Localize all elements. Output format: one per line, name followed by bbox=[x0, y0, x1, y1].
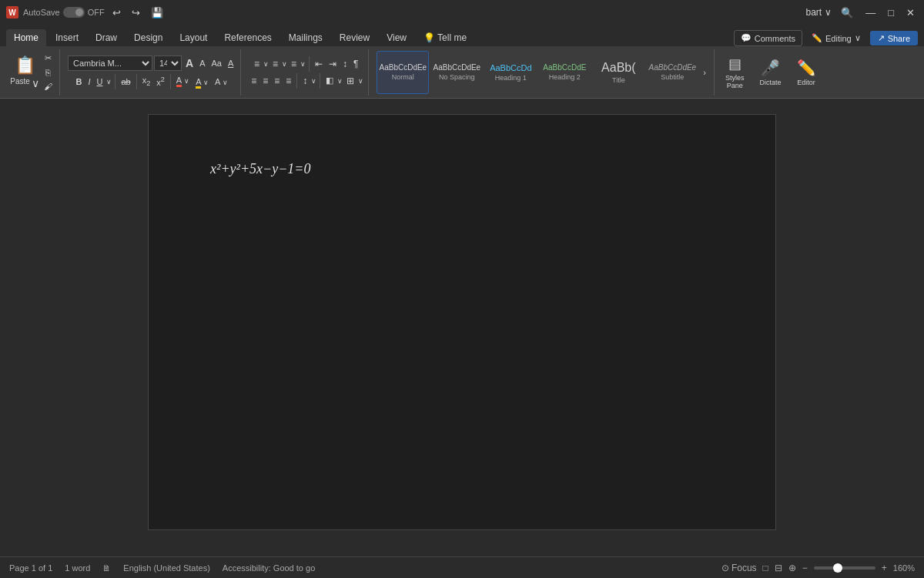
font-size-select[interactable]: 14 bbox=[154, 55, 182, 71]
align-center-button[interactable]: ≡ bbox=[260, 74, 270, 88]
style-heading2[interactable]: AaBbCcDdE Heading 2 bbox=[538, 51, 591, 94]
tab-home[interactable]: Home bbox=[6, 29, 46, 46]
bullets-button[interactable]: ≡ bbox=[252, 57, 262, 71]
style-title-name: Title bbox=[612, 76, 625, 84]
tab-mailings[interactable]: Mailings bbox=[281, 29, 330, 46]
paragraph-group: ≡ ∨ ≡ ∨ ≡ ∨ ⇤ ⇥ ↕ ¶ ≡ ≡ ≡ ≡ ↕ ∨ bbox=[244, 49, 369, 96]
close-button[interactable]: ✕ bbox=[903, 5, 918, 20]
zoom-in-button[interactable]: + bbox=[882, 563, 887, 573]
borders-dropdown[interactable]: ∨ bbox=[358, 77, 363, 85]
style-subtitle[interactable]: AaBbCcDdEe Subtitle bbox=[646, 51, 698, 94]
font-color-dropdown[interactable]: ∨ bbox=[184, 77, 189, 85]
style-title[interactable]: AaBb( Title bbox=[592, 51, 644, 94]
style-heading2-name: Heading 2 bbox=[549, 73, 581, 81]
title-bar-actions: 🔍 — □ ✕ bbox=[838, 5, 918, 20]
font-color-button[interactable]: A ∨ bbox=[174, 75, 192, 88]
grow-font-button[interactable]: A bbox=[183, 55, 196, 71]
highlight-color-button[interactable]: A ∨ bbox=[193, 76, 211, 87]
redo-button[interactable]: ↪ bbox=[129, 5, 143, 20]
undo-button[interactable]: ↩ bbox=[109, 5, 124, 20]
clear-format-button[interactable]: A bbox=[226, 57, 236, 69]
para-mark-button[interactable]: ¶ bbox=[351, 57, 360, 71]
share-button[interactable]: ↗ Share bbox=[870, 31, 918, 45]
tab-tellme[interactable]: 💡 Tell me bbox=[416, 29, 474, 46]
tab-insert[interactable]: Insert bbox=[48, 29, 86, 46]
para-shading-button[interactable]: A ∨ bbox=[213, 76, 230, 87]
track-changes-icon[interactable]: 🗎 bbox=[102, 563, 111, 573]
align-left-button[interactable]: ≡ bbox=[249, 74, 259, 88]
format-painter-button[interactable]: 🖌 bbox=[42, 80, 55, 92]
increase-indent-button[interactable]: ⇥ bbox=[326, 57, 339, 71]
paste-dropdown[interactable]: ∨ bbox=[32, 77, 39, 89]
autosave-area: AutoSave OFF bbox=[23, 7, 105, 18]
read-view-button[interactable]: □ bbox=[763, 563, 768, 573]
styles-pane-button[interactable]: ▤ StylesPane bbox=[721, 54, 749, 91]
style-heading1[interactable]: AaBbCcDd Heading 1 bbox=[484, 51, 537, 94]
multilevel-button[interactable]: ≡ bbox=[289, 57, 299, 71]
minimize-button[interactable]: — bbox=[862, 5, 879, 20]
paste-button[interactable]: 📋 Paste ∨ bbox=[11, 53, 38, 92]
decrease-indent-button[interactable]: ⇤ bbox=[313, 57, 325, 71]
tab-layout[interactable]: Layout bbox=[172, 29, 215, 46]
subscript-button[interactable]: x2 bbox=[140, 75, 153, 88]
line-spacing-button[interactable]: ↕ bbox=[300, 74, 310, 88]
style-title-preview: AaBb( bbox=[601, 61, 635, 75]
copy-button[interactable]: ⎘ bbox=[43, 66, 53, 79]
line-spacing-dropdown[interactable]: ∨ bbox=[311, 77, 316, 85]
borders-button[interactable]: ⊞ bbox=[344, 74, 357, 88]
highlight-dropdown[interactable]: ∨ bbox=[203, 79, 209, 86]
tab-references[interactable]: References bbox=[216, 29, 279, 46]
shading-dropdown[interactable]: ∨ bbox=[337, 77, 343, 85]
italic-button[interactable]: I bbox=[85, 76, 92, 87]
zoom-out-button[interactable]: − bbox=[802, 563, 808, 573]
bold-button[interactable]: B bbox=[73, 76, 84, 87]
styles-gallery: AaBbCcDdEe Normal AaBbCcDdEe No Spacing … bbox=[377, 49, 709, 96]
language-label[interactable]: English (United States) bbox=[123, 563, 210, 573]
document-content[interactable]: x²+y²+5x−y−1=0 bbox=[210, 161, 714, 177]
focus-button[interactable]: ⊙ Focus bbox=[721, 563, 757, 573]
print-view-button[interactable]: ⊟ bbox=[775, 563, 782, 573]
clipboard-extra: ✂ ⎘ 🖌 bbox=[42, 52, 55, 92]
comments-button[interactable]: 💬 Comments bbox=[734, 30, 802, 46]
tab-draw[interactable]: Draw bbox=[88, 29, 125, 46]
sort-button[interactable]: ↕ bbox=[340, 57, 350, 71]
save-button[interactable]: 💾 bbox=[148, 5, 166, 20]
bullets-dropdown[interactable]: ∨ bbox=[263, 60, 269, 68]
dictate-button[interactable]: 🎤 Dictate bbox=[755, 57, 786, 88]
font-group: Cambria M... 14 A A Aa A B I U ∨ ab x2 x… bbox=[63, 49, 241, 96]
para-shading-dropdown[interactable]: ∨ bbox=[223, 79, 228, 86]
editing-button[interactable]: ✏️ Editing ∨ bbox=[805, 31, 867, 45]
maximize-button[interactable]: □ bbox=[885, 5, 897, 20]
underline-button[interactable]: U bbox=[94, 76, 105, 87]
para-shading-icon: A bbox=[215, 77, 220, 86]
autosave-toggle[interactable] bbox=[63, 7, 85, 18]
superscript-button[interactable]: x2 bbox=[154, 75, 167, 88]
shrink-font-button[interactable]: A bbox=[197, 57, 207, 69]
zoom-slider[interactable] bbox=[814, 566, 875, 570]
align-right-button[interactable]: ≡ bbox=[272, 74, 282, 88]
editor-button[interactable]: ✏️ Editor bbox=[792, 57, 821, 88]
tab-design[interactable]: Design bbox=[126, 29, 170, 46]
strikethrough-button[interactable]: ab bbox=[119, 76, 132, 87]
numbering-dropdown[interactable]: ∨ bbox=[282, 60, 287, 68]
shading-button[interactable]: ◧ bbox=[323, 74, 336, 87]
style-no-spacing[interactable]: AaBbCcDdEe No Spacing bbox=[430, 51, 483, 94]
web-view-button[interactable]: ⊕ bbox=[788, 563, 796, 573]
cut-button[interactable]: ✂ bbox=[42, 52, 54, 65]
multilevel-dropdown[interactable]: ∨ bbox=[300, 60, 306, 68]
accessibility-label[interactable]: Accessibility: Good to go bbox=[223, 563, 315, 573]
tab-view[interactable]: View bbox=[379, 29, 414, 46]
numbering-button[interactable]: ≡ bbox=[270, 57, 280, 71]
font-name-select[interactable]: Cambria M... bbox=[68, 55, 152, 71]
document-page[interactable]: x²+y²+5x−y−1=0 bbox=[148, 114, 776, 530]
tab-review[interactable]: Review bbox=[332, 29, 377, 46]
style-normal[interactable]: AaBbCcDdEe Normal bbox=[377, 51, 429, 94]
case-button[interactable]: Aa bbox=[209, 57, 223, 69]
styles-gallery-next[interactable]: › bbox=[700, 53, 709, 92]
divider-1 bbox=[115, 74, 116, 89]
align-justify-button[interactable]: ≡ bbox=[283, 74, 293, 88]
title-dropdown-icon[interactable]: ∨ bbox=[825, 7, 832, 18]
underline-dropdown[interactable]: ∨ bbox=[106, 78, 112, 86]
zoom-level[interactable]: 160% bbox=[893, 563, 915, 573]
search-icon[interactable]: 🔍 bbox=[838, 5, 856, 20]
